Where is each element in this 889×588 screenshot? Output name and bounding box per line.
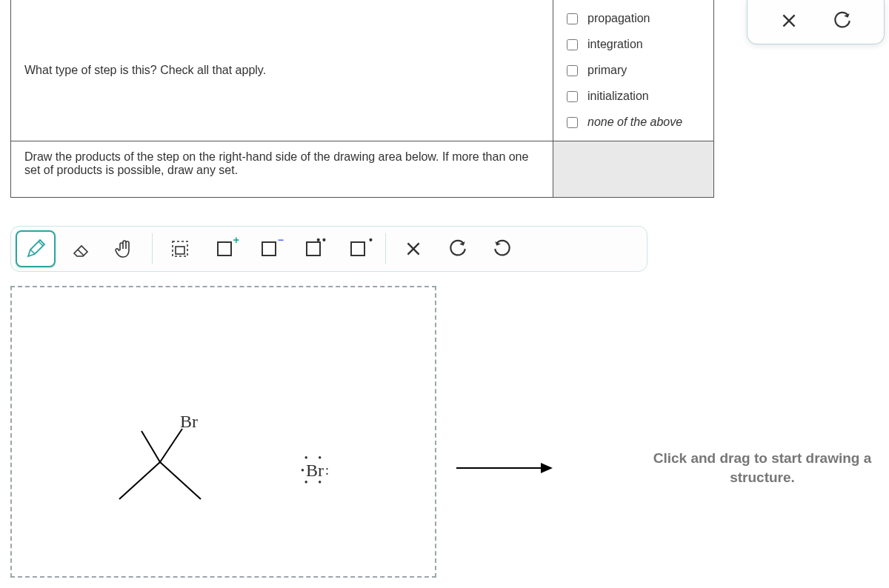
svg-rect-1 [176,247,184,254]
checkbox-initialization[interactable] [567,91,578,102]
pencil-icon [24,237,47,261]
square-icon [217,241,232,256]
prompt2-text: Draw the products of the step on the rig… [24,150,539,177]
reset-icon[interactable] [833,11,852,33]
hand-icon [113,237,136,261]
close-icon [404,239,423,258]
undo-icon [448,239,467,258]
product-hint-text: Click and drag to start drawing a struct… [640,449,885,487]
checkbox-propagation[interactable] [567,13,578,24]
toolbar-divider [152,233,153,264]
dots-badge: •• [316,234,328,246]
marquee-select-tool[interactable] [160,230,200,267]
svg-line-5 [141,431,160,462]
svg-line-2 [119,462,160,499]
redo-icon [493,239,512,258]
close-icon[interactable] [779,11,799,33]
plus-badge: + [233,234,239,246]
radical-electron: • [301,465,306,477]
question-table: What type of step is this? Check all tha… [10,0,714,198]
question-prompt-1: What type of step is this? Check all tha… [11,0,553,141]
svg-marker-7 [541,463,553,473]
answer-options: propagation integration primary initiali… [553,0,713,141]
molecule-isobutyl-bromide: Br [116,418,234,499]
checkbox-none[interactable] [567,117,578,128]
option-primary[interactable]: primary [564,63,709,78]
radical-tool[interactable]: • [338,230,378,267]
option-integration[interactable]: integration [564,37,709,53]
checkbox-integration[interactable] [567,39,578,50]
negative-charge-tool[interactable]: − [249,230,289,267]
reaction-arrow [455,459,553,480]
minus-badge: − [278,234,284,246]
option-label: integration [587,38,643,51]
eraser-tool[interactable] [60,230,100,267]
question-prompt-2: Draw the products of the step on the rig… [11,141,553,197]
substituent-label: Br [180,412,198,432]
toolbar-divider [385,233,386,264]
option-propagation[interactable]: propagation [564,11,709,27]
svg-line-3 [160,462,201,499]
answer-placeholder [553,141,713,197]
eraser-icon [68,237,92,261]
redo-button[interactable] [482,230,522,267]
positive-charge-tool[interactable]: + [204,230,244,267]
lone-pair-right: : [324,463,329,478]
floating-actions-panel [747,0,885,44]
checkbox-primary[interactable] [567,65,578,76]
option-none[interactable]: none of the above [564,115,709,130]
molecule-skeleton [116,418,234,507]
option-label: primary [587,64,627,77]
lone-pair-bottom: • • [301,481,329,485]
bromine-radical: • • • Br : • • [301,456,329,485]
dot-badge: • [369,234,373,246]
undo-button[interactable] [438,230,478,267]
prompt1-text: What type of step is this? Check all tha… [24,64,266,77]
pencil-tool[interactable] [16,230,56,267]
svg-line-4 [160,429,182,462]
option-label: initialization [587,90,649,103]
drawing-toolbar: + − •• • [10,226,647,272]
lone-pair-tool[interactable]: •• [293,230,333,267]
reactant-zone[interactable]: Br • • • Br : • • [10,286,436,578]
hand-tool[interactable] [104,230,144,267]
option-label: none of the above [587,116,682,129]
marquee-icon [168,237,192,261]
square-icon [262,241,276,256]
option-label: propagation [587,12,650,25]
option-initialization[interactable]: initialization [564,89,709,104]
drawing-canvas[interactable]: Br • • • Br : • • Click and drag to star… [10,286,879,578]
clear-button[interactable] [393,230,433,267]
square-icon [350,241,365,256]
